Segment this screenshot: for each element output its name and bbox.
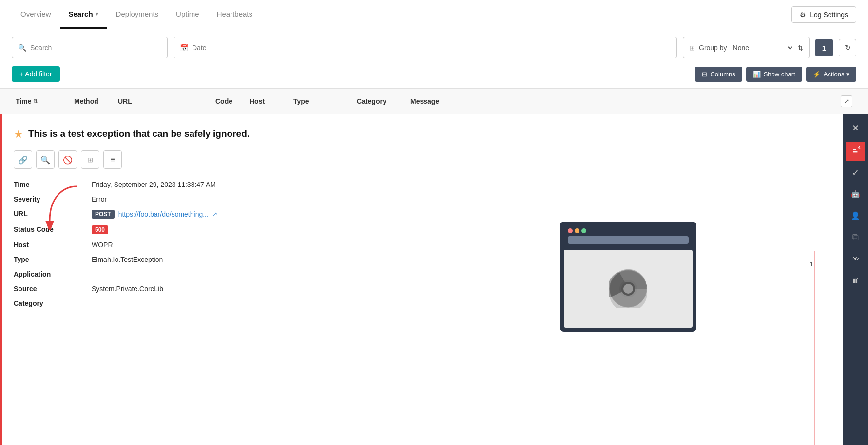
detail-actions: 🔗 🔍 🚫 ⊞ ≡ — [14, 150, 831, 169]
date-input-wrap: 📅 — [174, 37, 677, 58]
tab-deployments[interactable]: Deployments — [107, 0, 168, 29]
tab-search[interactable]: Search ▾ — [60, 0, 107, 29]
chart-icon: 📊 — [753, 71, 761, 78]
hide-button[interactable]: 👁 — [846, 249, 865, 268]
refresh-icon: ↻ — [845, 43, 851, 52]
sort-icon: ⇅ — [33, 98, 38, 105]
url-link[interactable]: https://foo.bar/do/something... — [118, 210, 209, 218]
col-time[interactable]: Time ⇅ — [12, 95, 70, 107]
main-area: ★ This is a test exception that can be s… — [0, 114, 868, 445]
status-badge: 500 — [92, 225, 108, 234]
bot-button[interactable]: 🤖 — [846, 185, 865, 204]
check-icon: ✓ — [852, 167, 859, 178]
star-icon: ★ — [14, 128, 23, 141]
sort-arrows-icon: ⇅ — [798, 44, 803, 52]
close-dot — [568, 228, 573, 233]
type-value: Elmah.Io.TestException — [92, 256, 831, 263]
table-header: Time ⇅ Method URL Code Host Type Categor… — [0, 88, 868, 114]
source-value: System.Private.CoreLib — [92, 285, 831, 293]
right-sidebar: ✕ ≡ 4 ✓ 🤖 👤 ⧉ 👁 🗑 — [843, 114, 868, 445]
status-code-value: 500 — [92, 225, 831, 234]
maximize-dot — [581, 228, 586, 233]
application-label: Application — [14, 270, 92, 278]
number-col: 1 — [810, 260, 813, 268]
detail-title: ★ This is a test exception that can be s… — [14, 128, 831, 141]
col-type[interactable]: Type — [289, 95, 353, 107]
search-icon: 🔍 — [18, 44, 26, 52]
group-num-button[interactable]: 1 — [815, 39, 833, 56]
host-label: Host — [14, 241, 92, 249]
more-button[interactable]: ≡ — [103, 150, 122, 169]
group-by-label: Group by — [699, 44, 727, 52]
columns-icon: ⊟ — [702, 71, 707, 78]
nav-tabs: Overview Search ▾ Deployments Uptime Hea… — [12, 0, 261, 29]
host-value: WOPR — [92, 241, 831, 249]
detail-fields: Time Friday, September 29, 2023 11:38:47… — [14, 181, 831, 307]
arrow-indicator — [45, 182, 84, 232]
red-line-indicator — [814, 251, 815, 445]
calendar-icon: 📅 — [180, 44, 188, 52]
chrome-logo — [609, 269, 648, 308]
expand-columns-button[interactable]: ⤢ — [841, 95, 852, 107]
link-button[interactable]: 🔗 — [14, 150, 32, 169]
top-nav: Overview Search ▾ Deployments Uptime Hea… — [0, 0, 868, 29]
col-message[interactable]: Message — [406, 95, 837, 107]
col-url[interactable]: URL — [114, 95, 212, 107]
expand-icon: ⤢ — [844, 98, 849, 105]
browser-content — [564, 250, 693, 328]
tab-overview[interactable]: Overview — [12, 0, 60, 29]
browser-address-bar — [568, 236, 689, 244]
gear-icon: ⚙ — [800, 11, 806, 19]
columns-button[interactable]: ⊟ Columns — [695, 67, 742, 82]
col-code[interactable]: Code — [212, 95, 246, 107]
search-input[interactable] — [30, 44, 161, 52]
col-host[interactable]: Host — [246, 95, 289, 107]
trash-icon: 🗑 — [852, 276, 859, 284]
block-button[interactable]: 🚫 — [58, 150, 77, 169]
close-icon: ✕ — [852, 123, 859, 133]
action-bar: + Add filter ⊟ Columns 📊 Show chart ⚡ Ac… — [12, 64, 856, 82]
notes-button[interactable]: ≡ 4 — [846, 142, 865, 161]
date-input[interactable] — [192, 44, 671, 52]
robot-icon: 🤖 — [851, 190, 860, 199]
application-value — [92, 270, 831, 278]
tab-heartbeats[interactable]: Heartbeats — [208, 0, 261, 29]
assign-button[interactable]: 👤 — [846, 206, 865, 225]
add-filter-button[interactable]: + Add filter — [12, 66, 60, 82]
minimize-dot — [575, 228, 579, 233]
layers-icon: ⊞ — [689, 44, 695, 52]
svg-point-5 — [623, 284, 633, 294]
external-link-icon: ↗ — [212, 211, 217, 218]
resolve-button[interactable]: ✓ — [846, 163, 865, 183]
user-remove-icon: 👤 — [851, 211, 860, 220]
eye-hidden-icon: 👁 — [852, 255, 859, 263]
type-label: Type — [14, 256, 92, 263]
browser-frame — [560, 222, 696, 332]
copy-icon: ⧉ — [852, 232, 859, 242]
close-detail-button[interactable]: ✕ — [846, 118, 865, 138]
log-settings-button[interactable]: ⚙ Log Settings — [791, 6, 856, 23]
browser-dots — [568, 228, 689, 233]
group-by-select[interactable]: None URL Type Host — [731, 43, 794, 52]
detail-panel: ★ This is a test exception that can be s… — [0, 114, 843, 445]
search-similar-button[interactable]: 🔍 — [36, 150, 55, 169]
actions-button[interactable]: ⚡ Actions ▾ — [806, 67, 856, 82]
category-value — [92, 299, 831, 307]
notes-badge: 4 — [855, 144, 863, 151]
show-chart-button[interactable]: 📊 Show chart — [746, 67, 802, 82]
col-category[interactable]: Category — [353, 95, 406, 107]
url-value: POST https://foo.bar/do/something... ↗ — [92, 210, 831, 219]
copy-button[interactable]: ⧉ — [846, 227, 865, 247]
filter-inputs-row: 🔍 📅 ⊞ Group by None URL Type Host ⇅ 1 ↻ — [12, 37, 856, 58]
detail-title-text: This is a test exception that can be saf… — [28, 128, 250, 140]
refresh-button[interactable]: ↻ — [839, 39, 856, 56]
time-value: Friday, September 29, 2023 11:38:47 AM — [92, 181, 831, 188]
delete-button[interactable]: 🗑 — [846, 270, 865, 290]
tab-uptime[interactable]: Uptime — [167, 0, 208, 29]
browser-thumbnail — [560, 222, 696, 332]
lightning-icon: ⚡ — [813, 71, 821, 78]
group-button[interactable]: ⊞ — [81, 150, 99, 169]
col-method[interactable]: Method — [70, 95, 114, 107]
col-expand: ⤢ — [837, 93, 856, 109]
toolbar-right: ⊟ Columns 📊 Show chart ⚡ Actions ▾ — [695, 67, 856, 82]
